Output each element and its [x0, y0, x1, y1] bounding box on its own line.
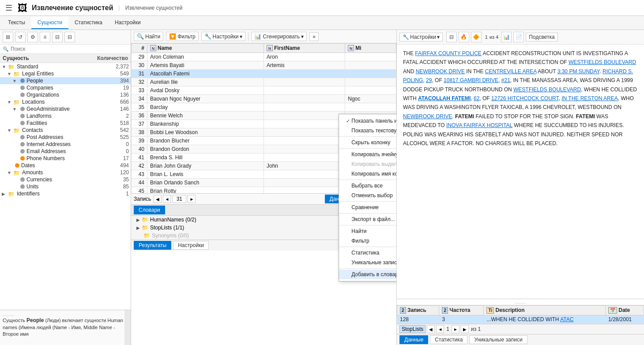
- link-address-gambri[interactable]: 10817 GAMBRI DRIVE: [444, 77, 498, 83]
- rb-nav-first[interactable]: ◀: [427, 325, 435, 333]
- link-12726[interactable]: 12726 HITCHCOCK COURT: [491, 95, 558, 101]
- tree-item-locations[interactable]: ▼ 📁 Locations 666: [0, 98, 131, 105]
- right-export-btn[interactable]: 📄: [513, 32, 524, 42]
- table-row[interactable]: 34Baovan Ngoc NguyerNgoc: [132, 95, 396, 103]
- link-fairfax-police[interactable]: FAIRFAX COUNTY POLICE: [415, 50, 481, 56]
- tab-entities[interactable]: Сущности: [31, 17, 68, 29]
- search-input[interactable]: [11, 46, 128, 52]
- toolbar-copy-btn[interactable]: ⊞: [3, 32, 13, 42]
- toolbar-minus-btn2[interactable]: ⊟: [64, 32, 75, 42]
- table-row[interactable]: 32Aurelian Ilie: [132, 78, 396, 86]
- ctx-copy-sel[interactable]: ✓ Копировать выделение: [339, 159, 397, 169]
- link-atacollah-fatemi[interactable]: ATACOLLAH FATEMI: [418, 95, 471, 101]
- nav-first-btn[interactable]: ◀: [154, 195, 162, 203]
- tree-item-units[interactable]: Units 85: [0, 183, 131, 190]
- right-hl-btn2[interactable]: 🔶: [471, 32, 482, 42]
- link-inova[interactable]: INOVA FAIRFAX HOSPITAL: [446, 122, 512, 128]
- tree-item-email[interactable]: Email Addresses 0: [0, 148, 131, 155]
- ctx-show-toolbar[interactable]: ✓ Показать панель инструментов: [339, 116, 397, 126]
- more-btn[interactable]: »: [309, 32, 319, 41]
- link-age-62[interactable]: 62: [474, 95, 479, 101]
- tree-item-phone[interactable]: Phone Numbers 17: [0, 155, 131, 162]
- right-hl-btn1[interactable]: 🔥: [459, 32, 469, 42]
- right-chart-btn[interactable]: 📊: [501, 32, 512, 42]
- highlight-btn[interactable]: Подсветка: [526, 33, 557, 41]
- col-header-num[interactable]: #: [132, 44, 147, 53]
- rb-col-desc[interactable]: Ti Description: [484, 306, 605, 315]
- ctx-copy-cell[interactable]: ✓ Копировать ячейку: [339, 150, 397, 159]
- col-header-firstname[interactable]: NFirstName: [264, 44, 345, 53]
- table-row[interactable]: 30Artemis BayatiArtemis: [132, 61, 396, 70]
- tree-item-standard[interactable]: ▼ 📁 Standard 2,372: [0, 63, 131, 70]
- ctx-select-all[interactable]: ✓ Выбрать все: [339, 181, 397, 191]
- table-row[interactable]: 33Avdal Dosky: [132, 86, 396, 95]
- settings-btn[interactable]: 🔧 Настройки ▾: [201, 32, 246, 41]
- dict-tab-btn[interactable]: Словари: [134, 206, 165, 214]
- col-header-name[interactable]: NName: [147, 44, 264, 53]
- link-newbrook-drive[interactable]: NEWBROOK DRIVE: [416, 68, 465, 75]
- left-bottom-scrollbar[interactable]: [124, 310, 131, 345]
- ctx-hide-col[interactable]: ✓ Скрыть колонку: [339, 138, 397, 147]
- ctx-find[interactable]: ✓ Найти: [339, 226, 397, 236]
- tab-statistics[interactable]: Статистика: [68, 17, 109, 29]
- nav-next-btn[interactable]: ►: [188, 195, 196, 203]
- link-centreville[interactable]: CENTREVILLE AREA: [485, 68, 537, 75]
- generate-btn[interactable]: 📊 Сгенерировать ▾: [251, 32, 307, 41]
- ctx-filter[interactable]: ✓ Фильтр ▶: [339, 236, 397, 246]
- toolbar-list-btn[interactable]: ≡: [40, 32, 50, 42]
- link-reston[interactable]: IN THE RESTON AREA: [561, 95, 618, 101]
- right-data-tab[interactable]: Данные: [399, 335, 428, 344]
- ctx-unique[interactable]: ✓ Уникальные записи: [339, 258, 397, 267]
- link-newbrook2[interactable]: NEWBROOK DRIVE: [403, 113, 452, 120]
- rb-col-date[interactable]: 📅 Date: [605, 306, 644, 315]
- table-row[interactable]: 35Barclay: [132, 103, 396, 112]
- tree-item-dates[interactable]: Dates 494: [0, 162, 131, 169]
- link-age-29[interactable]: 29: [426, 77, 432, 83]
- ctx-add-to-dict[interactable]: ✓ Добавить в словари ▶: [339, 270, 397, 279]
- rb-nav-last[interactable]: ▶: [461, 325, 469, 333]
- rb-col-record[interactable]: 2 Запись: [397, 306, 439, 315]
- tab-settings[interactable]: Настройки: [109, 17, 147, 29]
- link-westfields-blvd[interactable]: WESTFIELDS BOULEVARD: [569, 59, 636, 65]
- right-copy-btn[interactable]: ⊟: [446, 32, 457, 42]
- results-tab-btn[interactable]: Результаты: [134, 241, 171, 250]
- link-time[interactable]: 3:30 PM SUNDAY: [557, 68, 600, 75]
- search-btn[interactable]: 🔍 Найти: [134, 32, 163, 41]
- nav-prev-btn[interactable]: ◄: [163, 195, 171, 203]
- rb-nav-next[interactable]: ►: [452, 325, 459, 333]
- tree-item-contacts[interactable]: ▼ 📁 Contacts 542: [0, 127, 131, 134]
- ctx-statistics[interactable]: ✓ Статистика: [339, 248, 397, 258]
- rb-table-row[interactable]: 128 3 ...WHEN HE COLLIDED WITH ATAC 1/28…: [397, 315, 644, 324]
- tree-item-companies[interactable]: Companies 19: [0, 84, 131, 91]
- tree-item-amounts[interactable]: ▼ 📁 Amounts 120: [0, 169, 131, 176]
- ctx-export[interactable]: ✓ Экспорт в файл...: [339, 214, 397, 224]
- ctx-compare[interactable]: ✓ Сравнение ▶: [339, 202, 397, 212]
- tree-item-currencies[interactable]: Currencies 35: [0, 176, 131, 183]
- rb-col-freq[interactable]: 2 Частота: [439, 306, 484, 315]
- tree-item-landforms[interactable]: Landforms 2: [0, 112, 131, 120]
- toolbar-refresh-btn[interactable]: ↺: [15, 32, 26, 42]
- table-row[interactable]: 29Aron ColemanAron: [132, 53, 396, 61]
- right-unique-tab[interactable]: Уникальные записи: [469, 335, 527, 344]
- tree-item-geoadm[interactable]: ▼ GeoAdministrative 146: [0, 105, 131, 112]
- filter-btn[interactable]: 🔽 Фильтр: [166, 32, 198, 41]
- settings-tab-btn[interactable]: Настройки: [173, 241, 209, 250]
- link-apt[interactable]: #21: [501, 77, 510, 83]
- tab-texts[interactable]: Тексты: [2, 17, 31, 29]
- tree-item-identifiers[interactable]: ▶ 📁 Identifiers 1: [0, 190, 131, 197]
- link-westfields-blvd2[interactable]: WESTFIELDS BOULEVARD: [513, 86, 581, 93]
- nav-page-input[interactable]: [172, 195, 186, 203]
- ctx-deselect[interactable]: ✓ Отменить выбор: [339, 191, 397, 200]
- toolbar-settings-btn[interactable]: ⚙: [27, 32, 38, 42]
- hamburger-menu[interactable]: ☰: [4, 2, 14, 14]
- ctx-show-textpanel[interactable]: ✓ Показать текстовую панель: [339, 126, 397, 135]
- table-row[interactable]: 31Atacollah Fatemi: [132, 70, 396, 78]
- right-stats-tab[interactable]: Статистика: [430, 335, 467, 344]
- tree-item-people[interactable]: ▼ People 394: [0, 77, 131, 84]
- right-settings-btn[interactable]: 🔧 Настройки ▾: [399, 33, 443, 41]
- ctx-copy-colname[interactable]: ✓ Копировать имя колонки: [339, 169, 397, 179]
- rb-nav-prev[interactable]: ◄: [436, 325, 444, 333]
- tree-item-facilities[interactable]: Facilities 518: [0, 120, 131, 127]
- toolbar-minus-btn1[interactable]: ⊟: [52, 32, 63, 42]
- tree-item-organizations[interactable]: Organizations 136: [0, 91, 131, 98]
